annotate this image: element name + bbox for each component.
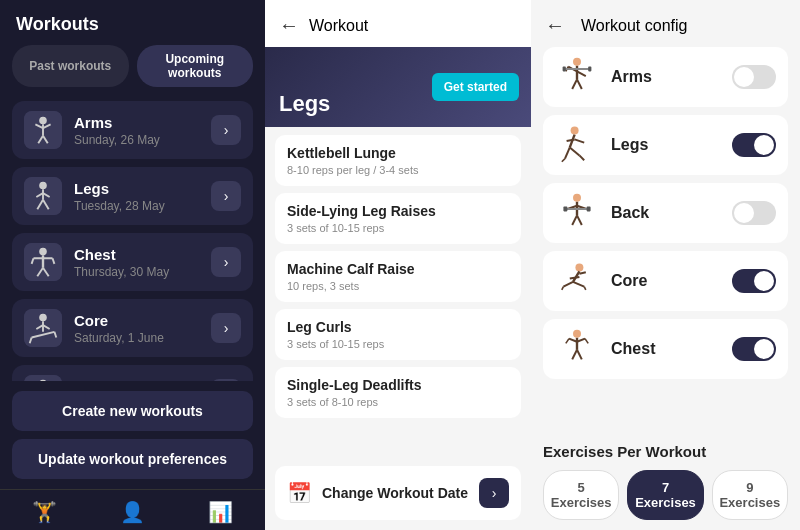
svg-point-65 (575, 263, 583, 271)
stats-icon[interactable]: 📊 (208, 500, 233, 524)
bottom-nav: 🏋️ 👤 📊 (0, 489, 265, 530)
exercise-list: Kettlebell Lunge 8-10 reps per leg / 3-4… (265, 127, 531, 466)
exercise-card-2[interactable]: Machine Calf Raise 10 reps, 3 sets (275, 251, 521, 302)
svg-point-56 (573, 194, 581, 202)
svg-line-61 (577, 215, 582, 225)
workout-info-legs: Legs Tuesday, 28 May (74, 180, 211, 213)
svg-point-1 (39, 117, 47, 125)
workout-item-arms[interactable]: Arms Sunday, 26 May › (12, 101, 253, 159)
back-button[interactable]: ← (279, 14, 299, 37)
svg-line-79 (572, 350, 577, 360)
exercises-options: 5 Exercises 7 Exercises 9 Exercises (543, 470, 788, 520)
workout-arrow-arms[interactable]: › (211, 115, 241, 145)
toggle-knob-arms (734, 67, 754, 87)
config-name-core: Core (611, 272, 732, 290)
option-9-exercises[interactable]: 9 Exercises (712, 470, 788, 520)
exercise-name-1: Side-Lying Leg Raises (287, 203, 509, 219)
past-workouts-tab[interactable]: Past workouts (12, 45, 129, 87)
upcoming-workouts-tab[interactable]: Upcoming workouts (137, 45, 254, 87)
config-list: Arms Legs (531, 47, 800, 435)
toggle-knob-core (754, 271, 774, 291)
svg-rect-47 (588, 67, 591, 72)
config-item-chest: Chest (543, 319, 788, 379)
panel3-title: Workout config (581, 17, 687, 35)
workout-icon-legs (24, 177, 62, 215)
exercise-detail-3: 3 sets of 10-15 reps (287, 338, 509, 350)
svg-line-77 (577, 339, 585, 342)
svg-point-73 (573, 330, 581, 338)
workout-date-legs: Tuesday, 28 May (74, 199, 211, 213)
svg-line-67 (563, 282, 573, 287)
workout-item-back[interactable]: Back Monday, 3 June › (12, 365, 253, 381)
svg-line-53 (570, 147, 580, 155)
exercise-card-1[interactable]: Side-Lying Leg Raises 3 sets of 10-15 re… (275, 193, 521, 244)
workout-name-legs: Legs (74, 180, 211, 197)
svg-line-72 (570, 277, 580, 279)
config-item-back: Back (543, 183, 788, 243)
toggle-legs[interactable] (732, 133, 776, 157)
workout-name-core: Core (74, 312, 211, 329)
workout-arrow-chest[interactable]: › (211, 247, 241, 277)
toggle-core[interactable] (732, 269, 776, 293)
svg-line-76 (566, 339, 569, 344)
svg-rect-64 (587, 207, 591, 212)
dumbbell-icon[interactable]: 🏋️ (32, 500, 57, 524)
svg-rect-63 (563, 207, 567, 212)
exercise-detail-0: 8-10 reps per leg / 3-4 sets (287, 164, 509, 176)
toggle-knob-chest (754, 339, 774, 359)
workout-icon-core (24, 309, 62, 347)
workouts-panel: Workouts Past workouts Upcoming workouts (0, 0, 265, 530)
workout-list: Arms Sunday, 26 May › Legs Tuesd (0, 97, 265, 381)
exercise-card-0[interactable]: Kettlebell Lunge 8-10 reps per leg / 3-4… (275, 135, 521, 186)
svg-line-42 (577, 71, 586, 76)
svg-point-23 (39, 314, 47, 322)
toggle-chest[interactable] (732, 337, 776, 361)
svg-line-55 (562, 159, 565, 162)
svg-point-38 (573, 58, 581, 66)
workout-item-legs[interactable]: Legs Tuesday, 28 May › (12, 167, 253, 225)
workout-icon-chest (24, 243, 62, 281)
change-date-card[interactable]: 📅 Change Workout Date › (275, 466, 521, 520)
toggle-arms[interactable] (732, 65, 776, 89)
svg-line-70 (584, 287, 586, 290)
svg-point-15 (39, 248, 47, 256)
config-back-button[interactable]: ← (545, 14, 565, 37)
config-item-legs: Legs (543, 115, 788, 175)
workout-arrow-legs[interactable]: › (211, 181, 241, 211)
svg-line-78 (585, 339, 588, 344)
panel3-header: ← Workout config (531, 0, 800, 47)
exercises-per-workout-section: Exercises Per Workout 5 Exercises 7 Exer… (531, 435, 800, 530)
panel1-title: Workouts (16, 14, 99, 34)
workout-item-core[interactable]: Core Saturday, 1 June › (12, 299, 253, 357)
svg-point-8 (39, 182, 47, 190)
get-started-button[interactable]: Get started (432, 73, 519, 101)
option-5-exercises[interactable]: 5 Exercises (543, 470, 619, 520)
svg-line-80 (577, 350, 582, 360)
exercise-card-3[interactable]: Leg Curls 3 sets of 10-15 reps (275, 309, 521, 360)
config-icon-legs (555, 123, 599, 167)
panel1-header: Workouts (0, 0, 265, 45)
panel2-header: ← Workout (265, 0, 531, 47)
exercise-name-3: Leg Curls (287, 319, 509, 335)
config-icon-core (555, 259, 599, 303)
svg-line-43 (572, 79, 577, 89)
exercises-per-workout-title: Exercises Per Workout (543, 443, 788, 460)
change-date-arrow[interactable]: › (479, 478, 509, 508)
config-name-back: Back (611, 204, 732, 222)
option-7-exercises[interactable]: 7 Exercises (627, 470, 703, 520)
create-workouts-button[interactable]: Create new workouts (12, 391, 253, 431)
panel2-title: Workout (309, 17, 368, 35)
hero-title: Legs (279, 91, 330, 117)
svg-line-44 (577, 79, 582, 89)
update-preferences-button[interactable]: Update workout preferences (12, 439, 253, 479)
exercise-card-4[interactable]: Single-Leg Deadlifts 3 sets of 8-10 reps (275, 367, 521, 418)
toggle-knob-back (734, 203, 754, 223)
toggle-back[interactable] (732, 201, 776, 225)
workout-arrow-core[interactable]: › (211, 313, 241, 343)
config-name-legs: Legs (611, 136, 732, 154)
exercise-name-0: Kettlebell Lunge (287, 145, 509, 161)
profile-icon[interactable]: 👤 (120, 500, 145, 524)
exercise-detail-2: 10 reps, 3 sets (287, 280, 509, 292)
svg-line-68 (573, 282, 584, 287)
workout-item-chest[interactable]: Chest Thursday, 30 May › (12, 233, 253, 291)
